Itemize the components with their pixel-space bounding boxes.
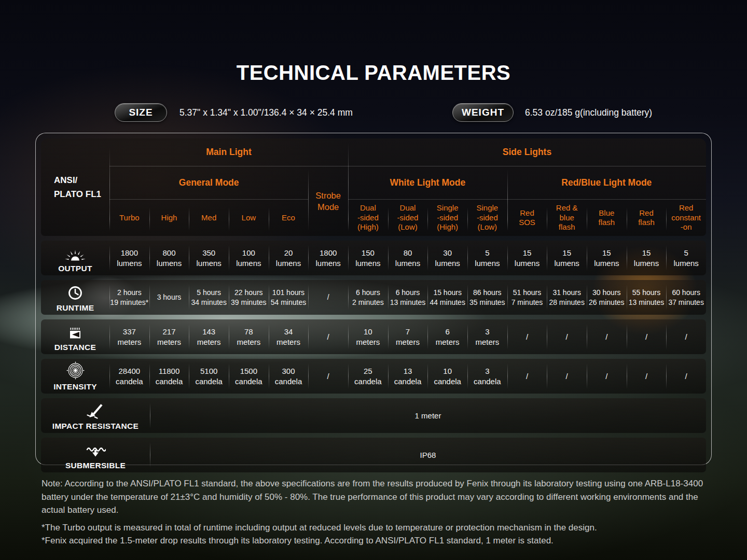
spec-cell: 5 hours 34 minutes: [189, 280, 229, 315]
spec-cell: 337 meters: [109, 319, 149, 354]
spec-cell: 6 meters: [427, 319, 467, 354]
spec-cell: 15 hours 44 minutes: [427, 280, 467, 315]
column-header: Eco: [269, 200, 309, 236]
strobe-mode-header: Strobe Mode: [308, 166, 348, 236]
note-turbo: *The Turbo output is measured in total o…: [42, 521, 708, 535]
spec-cell: 3 candela: [467, 359, 507, 394]
spec-cell: 143 meters: [189, 319, 229, 354]
row-label-impact-resistance: IMPACT RESISTANCE: [41, 398, 150, 433]
spec-cell: 6 hours 2 minutes: [348, 280, 388, 315]
weight-badge: WEIGHT: [452, 103, 514, 122]
red-blue-light-mode-header: Red/Blue Light Mode: [507, 166, 706, 200]
spec-table: ANSI/ PLATO FL1 Main Light Side Lights G…: [35, 133, 712, 465]
divider: [109, 148, 110, 230]
spec-cell: 86 hours 35 minutes: [467, 280, 507, 315]
side-lights-group-header: Side Lights: [348, 138, 706, 166]
main-light-group-header: Main Light: [109, 138, 348, 166]
spec-cell: 350 lumens: [189, 241, 229, 275]
impact-arrow-icon: [86, 400, 105, 419]
spec-cell: 7 meters: [388, 319, 428, 354]
spec-cell-wide: 1 meter: [150, 398, 706, 433]
spec-row-submersible: SUBMERSIBLE IP68: [41, 438, 706, 472]
divider: [507, 170, 508, 231]
note-drop-test: *Fenix acquired the 1.5-meter drop resul…: [42, 534, 708, 548]
intensity-target-icon: [66, 361, 85, 380]
footnotes: Note: According to the ANSI/PLATO FL1 st…: [42, 477, 708, 548]
spec-cell: 10 candela: [427, 359, 467, 394]
spec-cell: 13 candela: [388, 359, 428, 394]
spec-cell: 15 lumens: [547, 241, 587, 275]
spec-cell: 150 lumens: [348, 241, 388, 275]
divider: [308, 170, 309, 231]
spec-cell: 22 hours 39 minutes: [229, 280, 269, 315]
distance-flag-icon: [67, 321, 83, 340]
spec-cell: 100 lumens: [229, 241, 269, 275]
spec-cell: /: [627, 319, 667, 354]
spec-table-header: ANSI/ PLATO FL1 Main Light Side Lights G…: [41, 138, 706, 236]
spec-cell: 15 lumens: [587, 241, 627, 275]
spec-cell: 30 hours 26 minutes: [587, 280, 627, 315]
spec-cell: 217 meters: [149, 319, 189, 354]
column-header: Red constant -on: [666, 200, 706, 236]
spec-cell: 11800 candela: [149, 359, 189, 394]
spec-cell: 300 candela: [269, 359, 309, 394]
row-label-submersible: SUBMERSIBLE: [41, 438, 150, 472]
spec-cell: 80 lumens: [388, 241, 428, 275]
column-header: Dual -sided (Low): [388, 200, 428, 236]
spec-cell: 3 hours: [149, 280, 189, 315]
spec-cell: 10 meters: [348, 319, 388, 354]
spec-cell: 101 hours 54 minutes: [269, 280, 309, 315]
weight-value: 6.53 oz/185 g(including battery): [525, 103, 652, 122]
spec-cell: 3 meters: [467, 319, 507, 354]
white-light-mode-header: White Light Mode: [348, 166, 507, 200]
page-title: TECHNICAL PARAMETERS: [0, 61, 747, 85]
general-mode-header: General Mode: [109, 166, 308, 200]
spec-cell: 15 lumens: [507, 241, 547, 275]
spec-cell: 5100 candela: [189, 359, 229, 394]
spec-cell: /: [507, 359, 547, 394]
spec-cell: 1800 lumens: [109, 241, 149, 275]
spec-cell: /: [308, 359, 348, 394]
row-label-text: RUNTIME: [57, 303, 94, 313]
sunburst-icon: [65, 243, 86, 261]
spec-cell: 1500 candela: [229, 359, 269, 394]
spec-cell: /: [666, 319, 706, 354]
spec-cell: 51 hours 7 minutes: [507, 280, 547, 315]
spec-cell: 15 lumens: [627, 241, 667, 275]
spec-cell: /: [308, 280, 348, 315]
spec-cell: 1800 lumens: [308, 241, 348, 275]
spec-cell: 20 lumens: [269, 241, 309, 275]
column-header: Blue flash: [587, 200, 627, 236]
water-arrow-icon: [85, 440, 106, 458]
column-header: Low: [229, 200, 269, 236]
spec-cell: 25 candela: [348, 359, 388, 394]
column-header: Single -sided (High): [427, 200, 467, 236]
spec-cell: /: [627, 359, 667, 394]
row-label-text: OUTPUT: [58, 264, 92, 273]
weight-badge-label: WEIGHT: [462, 107, 504, 118]
spec-cell: 34 meters: [269, 319, 309, 354]
spec-cell: 55 hours 13 minutes: [627, 280, 667, 315]
row-label-text: SUBMERSIBLE: [65, 461, 126, 470]
spec-cell: /: [666, 359, 706, 394]
technical-parameters-page: TECHNICAL PARAMETERS SIZE 5.37" x 1.34" …: [0, 0, 747, 560]
spec-row-intensity: INTENSITY 28400 candela11800 candela5100…: [41, 359, 706, 394]
note-standard: Note: According to the ANSI/PLATO FL1 st…: [42, 477, 708, 517]
row-label-text: INTENSITY: [53, 382, 97, 391]
spec-cell: 28400 candela: [109, 359, 149, 394]
spec-cell: /: [587, 319, 627, 354]
column-header: Red & blue flash: [547, 200, 587, 236]
spec-row-distance: DISTANCE 337 meters217 meters143 meters7…: [41, 319, 706, 354]
row-label-intensity: INTENSITY: [41, 359, 109, 394]
row-label-text: DISTANCE: [54, 343, 96, 352]
spec-cell: /: [547, 319, 587, 354]
spec-cell: /: [547, 359, 587, 394]
spec-cell: /: [308, 319, 348, 354]
spec-cell: 5 lumens: [666, 241, 706, 275]
column-header: Red flash: [627, 200, 667, 236]
clock-icon: [67, 282, 83, 301]
spec-cell: 31 hours 28 minutes: [547, 280, 587, 315]
spec-row-impact-resistance: IMPACT RESISTANCE 1 meter: [41, 398, 706, 433]
divider: [348, 143, 349, 232]
ansi-plato-label: ANSI/ PLATO FL1: [41, 138, 109, 236]
